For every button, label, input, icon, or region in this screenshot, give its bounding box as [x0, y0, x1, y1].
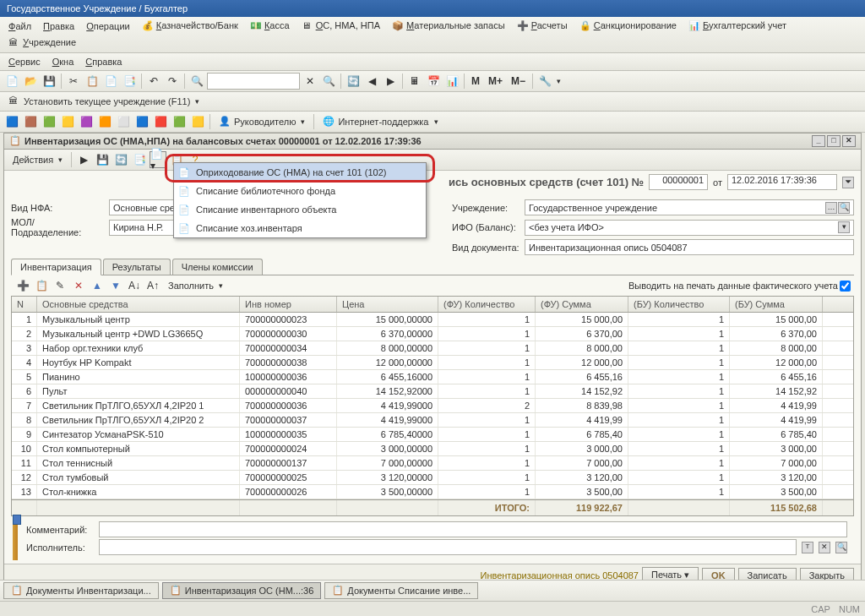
qa-icon-6[interactable]: 🟧	[96, 113, 113, 130]
qa-icon-5[interactable]: 🟪	[78, 113, 95, 130]
tab-0[interactable]: Инвентаризация	[11, 259, 101, 275]
report-icon[interactable]: 📊	[443, 73, 460, 90]
fill-button[interactable]: Заполнить ▾	[163, 279, 228, 292]
executor-clear-button[interactable]: ✕	[819, 542, 830, 553]
nav-fwd-icon[interactable]: ▶	[382, 73, 399, 90]
table-row[interactable]: 1Музыкальный центр70000000002315 000,000…	[12, 313, 853, 327]
sort-desc-icon[interactable]: A↑	[144, 277, 161, 294]
memory-m[interactable]: M	[468, 73, 483, 90]
tab-1[interactable]: Результаты	[103, 259, 171, 275]
sort-asc-icon[interactable]: A↓	[126, 277, 143, 294]
post-icon[interactable]: ▶	[75, 151, 92, 168]
doc-date-field[interactable]: 12.02.2016 17:39:36	[727, 174, 837, 190]
menu-Учреждение[interactable]: 🏛 Учреждение	[3, 35, 81, 51]
open-icon[interactable]: 📂	[22, 73, 39, 90]
search-input[interactable]	[207, 73, 300, 90]
table-row[interactable]: 3Набор орг.техники клуб7000000000348 000…	[12, 341, 853, 356]
nav-back-icon[interactable]: ◀	[363, 73, 380, 90]
dropdown-button[interactable]: ▾	[838, 221, 850, 233]
menu-Правка[interactable]: Правка	[38, 19, 79, 33]
executor-input[interactable]	[99, 539, 797, 555]
menu-Справка[interactable]: Справка	[80, 55, 127, 68]
add-row-icon[interactable]: ➕	[14, 277, 31, 294]
qa-icon-1[interactable]: 🟦	[3, 113, 20, 130]
taskbar-item-2[interactable]: 📋Документы Списание инве...	[324, 582, 478, 599]
popup-item-spisanie-bib[interactable]: 📄 Списание библиотечного фонда	[174, 182, 426, 200]
minimize-button[interactable]: _	[812, 135, 825, 147]
new-icon[interactable]: 📄	[3, 73, 20, 90]
col-header[interactable]: Цена	[337, 297, 438, 312]
table-row[interactable]: 13Стол-книжка7000000000263 500,0000013 5…	[12, 485, 853, 499]
menu-Окна[interactable]: Окна	[47, 55, 79, 68]
qa-icon-7[interactable]: ⬜	[115, 113, 132, 130]
calc-icon[interactable]: 🖩	[406, 73, 423, 90]
paste-special-icon[interactable]: 📑	[121, 73, 138, 90]
menu-Сервис[interactable]: Сервис	[3, 55, 46, 68]
search-go-icon[interactable]: 🔍	[320, 73, 337, 90]
delete-row-icon[interactable]: ✕	[70, 277, 87, 294]
basis-icon[interactable]: 📑	[131, 151, 148, 168]
qa-icon-9[interactable]: 🟥	[152, 113, 169, 130]
open-button[interactable]: 🔍	[838, 202, 850, 214]
executor-open-button[interactable]: 🔍	[835, 542, 847, 553]
tab-2[interactable]: Члены комиссии	[172, 259, 263, 275]
comment-input[interactable]	[99, 521, 847, 537]
popup-item-spisanie-inv[interactable]: 📄 Списание инвентарного объекта	[174, 200, 426, 219]
drag-handle-icon[interactable]	[13, 515, 21, 525]
search-icon[interactable]: 🔍	[188, 73, 205, 90]
print-form-link[interactable]: Инвентаризационная опись 0504087	[480, 570, 639, 581]
taskbar-item-1[interactable]: 📋Инвентаризация ОС (НМ...:36	[162, 582, 322, 599]
table-row[interactable]: 6Пульт00000000004014 152,92000114 152,92…	[12, 384, 853, 399]
memory-mminus[interactable]: M−	[508, 73, 529, 90]
copy-row-icon[interactable]: 📋	[33, 277, 50, 294]
save-icon[interactable]: 💾	[41, 73, 57, 90]
table-row[interactable]: 10Стол компьютерный7000000000243 000,000…	[12, 442, 853, 456]
uchr-field[interactable]: Государственное учреждение …🔍	[525, 199, 854, 215]
menu-Материальные запасы[interactable]: 📦 Материальные запасы	[387, 19, 510, 34]
table-row[interactable]: 7Светильник ПрТЛГО,65УХЛ 4,2IP20 1700000…	[12, 399, 853, 413]
table-row[interactable]: 11Стол теннисный7000000001377 000,000001…	[12, 456, 853, 471]
table-row[interactable]: 9Синтезатор УсманаPSK-5101000000000356 7…	[12, 428, 853, 442]
table-row[interactable]: 4Ноутбук HP Kompakt70000000003812 000,00…	[12, 356, 853, 370]
calendar-icon[interactable]: 📅	[425, 73, 442, 90]
popup-item-oprihodovanie[interactable]: 📄 Оприходование ОС (НМА) на счет 101 (10…	[174, 163, 426, 182]
qa-icon-4[interactable]: 🟨	[59, 113, 76, 130]
close-button[interactable]: ✕	[842, 135, 856, 147]
viddoc-field[interactable]: Инвентаризационная опись 0504087	[525, 239, 854, 255]
qa-icon-2[interactable]: 🟫	[22, 113, 39, 130]
qa-icon-3[interactable]: 🟩	[41, 113, 57, 130]
col-header[interactable]: (ФУ) Количество	[438, 297, 536, 312]
cut-icon[interactable]: ✂	[65, 73, 82, 90]
copy-icon[interactable]: 📋	[84, 73, 101, 90]
table-row[interactable]: 12Стол тумбовый7000000000253 120,0000013…	[12, 471, 853, 485]
executor-select-button[interactable]: T	[802, 542, 813, 553]
menu-Санкционирование[interactable]: 🔒 Санкционирование	[574, 19, 682, 34]
memory-mplus[interactable]: M+	[485, 73, 506, 90]
select-button[interactable]: …	[825, 202, 837, 214]
print-checkbox[interactable]	[840, 281, 851, 292]
ifo-field[interactable]: <без учета ИФО> ▾	[525, 220, 854, 236]
menu-Операции[interactable]: Операции	[81, 19, 134, 33]
menu-Бухгалтерский учет[interactable]: 📊 Бухгалтерский учет	[683, 19, 792, 34]
doc-number-field[interactable]: 00000001	[649, 174, 708, 190]
qa-icon-10[interactable]: 🟩	[171, 113, 188, 130]
menu-Файл[interactable]: Файл	[3, 19, 36, 33]
redo-icon[interactable]: ↷	[164, 73, 181, 90]
qa-icon-11[interactable]: 🟨	[189, 113, 206, 130]
table-row[interactable]: 5Пианино1000000000366 455,1600016 455,16…	[12, 370, 853, 384]
paste-icon[interactable]: 📄	[102, 73, 119, 90]
menu-Казначейство/Банк[interactable]: 💰 Казначейство/Банк	[137, 19, 243, 34]
undo-icon[interactable]: ↶	[145, 73, 162, 90]
taskbar-item-0[interactable]: 📋Документы Инвентаризаци...	[3, 582, 159, 599]
menu-OC, НМА, НПА[interactable]: 🖥 OC, НМА, НПА	[296, 19, 385, 34]
col-header[interactable]: (БУ) Количество	[628, 297, 730, 312]
reread-icon[interactable]: 🔄	[112, 151, 129, 168]
create-based-icon[interactable]: 📄▾	[150, 151, 166, 168]
refresh-icon[interactable]: 🔄	[345, 73, 362, 90]
qa-icon-8[interactable]: 🟦	[133, 113, 150, 130]
support-button[interactable]: 🌐 Интернет-поддержка ▾	[318, 114, 443, 129]
col-header[interactable]: Инв номер	[240, 297, 337, 312]
set-institution-button[interactable]: 🏛 Установить текущее учреждение (F11) ▾	[3, 94, 204, 109]
table-row[interactable]: 2Музыкальный центр +DWD LG3665Q700000000…	[12, 327, 853, 341]
col-header[interactable]: N	[12, 297, 37, 312]
